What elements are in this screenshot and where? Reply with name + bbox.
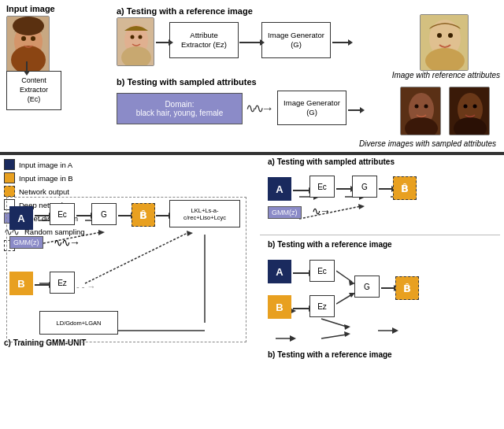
svg-marker-41 (290, 335, 296, 342)
test-b-g-box: G (354, 276, 380, 298)
right-divider (260, 235, 500, 235)
top-section: Input image Content Extractor (Ec) a) Te… (0, 0, 504, 153)
test-b-node-bhat: B̂ (395, 276, 419, 300)
legend-label-a: Input image in A (19, 161, 72, 169)
output-face-b1-image (400, 87, 441, 135)
arrow-gen-to-output (332, 39, 353, 46)
svg-point-69 (424, 105, 428, 109)
attribute-extractor-box: Attribute Extractor (Ez) (169, 22, 239, 58)
svg-marker-45 (344, 331, 350, 337)
input-image-label: Input image (6, 4, 55, 13)
main-container: Input image Content Extractor (Ec) a) Te… (0, 0, 504, 429)
legend-item-b: Input image in B (4, 172, 118, 183)
test-b-node-a: A (268, 260, 291, 283)
svg-point-53 (31, 36, 35, 41)
legend-label-b: Input image in B (19, 174, 73, 183)
domain-text-line2: black hair, young, female (136, 109, 224, 117)
svg-point-54 (13, 17, 44, 35)
legend-box-output (4, 186, 15, 197)
right-test-b-label: b) Testing with a reference image (268, 240, 392, 249)
test-a-gmm-box: GMM(z) (268, 206, 302, 219)
svg-point-59 (139, 35, 143, 39)
training-dashed-border (6, 197, 246, 342)
svg-line-44 (321, 335, 346, 338)
legend-item-a: Input image in A (4, 159, 118, 170)
test-a-node-bhat: B̂ (393, 176, 417, 200)
svg-marker-43 (344, 324, 350, 330)
test-a-ec-box: Ec (309, 176, 335, 198)
arrow-ref-to-attr (156, 39, 173, 46)
svg-point-68 (415, 105, 419, 109)
legend-item-output: Network output (4, 186, 118, 197)
arrow-input-to-ec (24, 61, 30, 76)
output-face-b2-image (449, 87, 490, 135)
image-generator-a-box: Image Generator (G) (261, 22, 331, 58)
svg-point-58 (131, 35, 135, 39)
image-generator-b-box: Image Generator (G) (277, 91, 346, 125)
svg-line-42 (321, 319, 346, 327)
test-b-ec-box: Ec (309, 260, 335, 282)
svg-point-73 (464, 105, 468, 109)
test-a-node-a: A (268, 177, 291, 201)
test-a-wavy: ∿→ (312, 205, 329, 217)
legend-label-output: Network output (19, 187, 69, 196)
content-extractor-box: Content Extractor (Ec) (6, 71, 61, 110)
output-face-a-image (420, 14, 469, 71)
legend-box-b (4, 172, 15, 183)
right-test-a-label: a) Testing with sampled attributes (268, 157, 395, 166)
section-a-label: a) Testing with a reference image (117, 6, 253, 16)
legend-box-a (4, 159, 15, 170)
arrow-attr-to-gen (239, 39, 265, 46)
right-test-b-bottom-label: b) Testing with a reference image (268, 350, 392, 359)
diverse-images-label: Diverse images with sampled attributes (359, 139, 496, 148)
reference-face-image (117, 17, 154, 66)
test-a-g-box: G (352, 176, 377, 198)
svg-marker-76 (349, 280, 355, 286)
svg-line-75 (336, 271, 352, 282)
horizontal-divider (0, 153, 504, 155)
svg-line-36 (299, 206, 361, 219)
test-b-node-b: B (268, 295, 291, 319)
svg-point-64 (448, 33, 453, 38)
domain-text-line1: Domain: (165, 100, 194, 109)
svg-point-63 (437, 33, 442, 38)
wavy-arrow-b: ∿∿→ (246, 101, 272, 116)
svg-point-74 (473, 105, 477, 109)
svg-marker-37 (358, 204, 365, 209)
svg-marker-47 (392, 327, 398, 334)
domain-box: Domain: black hair, young, female (117, 93, 243, 124)
ref-attr-label: Image with reference attributes (392, 71, 500, 80)
test-b-ez-box: Ez (309, 295, 335, 317)
arrow-testb-ec-g (336, 269, 357, 288)
svg-line-77 (336, 294, 352, 304)
section-b-label: b) Testing with sampled attributes (117, 77, 257, 87)
input-image-block: Input image (6, 4, 55, 72)
svg-point-52 (21, 36, 26, 41)
arrow-testb-ez-g (336, 290, 357, 309)
arrow-gen-b-to-output (348, 107, 365, 113)
